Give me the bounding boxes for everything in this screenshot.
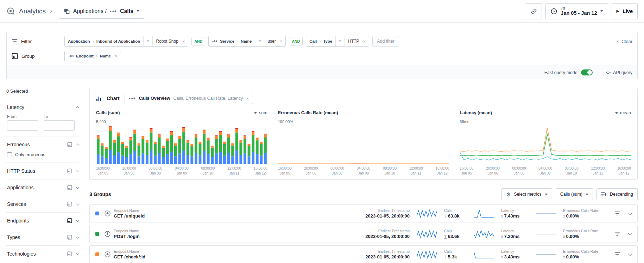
add-filter-input[interactable]: Add filter — [372, 36, 399, 47]
group-row: Group Endpoint › Name × — [7, 49, 637, 66]
erroneous-metric-block: Erroneous Calls Rate x̄0.00% — [563, 208, 606, 219]
group-by-icon[interactable] — [67, 202, 72, 207]
select-metrics-button[interactable]: ⚙ Select metrics — [501, 188, 552, 200]
service-icon — [212, 39, 217, 43]
sidebar-section-latency-header[interactable]: Latency — [7, 104, 79, 110]
x-tick-label: 04:00:00Jan 09 — [538, 166, 552, 176]
chip-remove-icon[interactable]: × — [114, 54, 121, 59]
sort-metric-dropdown[interactable]: Calls (sum) — [556, 188, 593, 200]
panel-erroneous: Erroneous Calls Rate (mean) 100.00% 16:0… — [278, 110, 449, 176]
row-expand-chevron-icon[interactable] — [628, 251, 632, 256]
group-row-get-uniqueid[interactable]: Endpoint.Name GET /uniqueid Earliest Tim… — [89, 204, 638, 222]
group-icon — [12, 53, 18, 59]
erroneous-label: Erroneous Calls Rate — [563, 249, 606, 254]
aggregation-dropdown[interactable]: sum — [254, 110, 267, 115]
scope-selector[interactable]: Applications / Calls — [59, 4, 144, 19]
group-chip-endpoint-name[interactable]: Endpoint › Name × — [64, 51, 121, 61]
sidebar-section-applications-header[interactable]: Applications — [7, 185, 79, 190]
group-by-icon[interactable] — [67, 235, 72, 240]
latency-value: 7.43ms — [504, 213, 520, 219]
row-filter-icon[interactable] — [613, 251, 621, 258]
chevron-down-icon — [76, 235, 80, 238]
latency-from-input[interactable] — [7, 120, 38, 131]
api-query-button[interactable]: <> API query — [606, 70, 632, 75]
group-row-post-login[interactable]: Endpoint.Name POST /login Earliest Times… — [89, 225, 638, 243]
earliest-timestamp-block: Earliest Timestamp 2023-01-05, 20:00:00 — [357, 249, 410, 260]
group-row-get-check-id[interactable]: Endpoint.Name GET /check/:id Earliest Ti… — [89, 245, 638, 263]
sidebar-section-services-header[interactable]: Services — [7, 201, 79, 207]
sidebar-section-types-header[interactable]: Types — [7, 234, 79, 240]
section-label: Erroneous — [7, 142, 30, 147]
latency-value: 3.43ms — [504, 254, 520, 259]
calls-metric-block: Calls ∑5.3k — [444, 249, 467, 260]
latency-to-input[interactable] — [44, 120, 75, 131]
group-entity-label: Endpoint.Name — [114, 228, 140, 233]
time-range-button[interactable]: 7d Jan 05 - Jan 12 — [545, 3, 608, 19]
erroneous-sparkline — [536, 230, 556, 239]
chip-entity: Application — [68, 39, 90, 43]
chip-remove-icon[interactable]: × — [246, 96, 249, 101]
chevron-down-icon — [76, 202, 80, 205]
erroneous-line-chart[interactable] — [278, 125, 449, 164]
filter-footer: Fast query mode <> API query — [7, 66, 637, 79]
group-by-icon[interactable] — [67, 185, 72, 190]
chip-operator[interactable]: = — [255, 36, 264, 46]
sidebar-section-technologies: Technologies — [6, 246, 80, 262]
select-metrics-label: Select metrics — [514, 192, 542, 197]
chevron-down-icon — [76, 251, 80, 255]
latency-line-chart[interactable] — [460, 125, 631, 164]
chip-value[interactable]: HTTP — [345, 36, 362, 46]
latency-metric-block: Latency x̄7.20ms — [501, 228, 529, 240]
group-by-icon[interactable] — [67, 169, 72, 173]
chip-value[interactable]: Robot Shop — [153, 36, 181, 46]
chip-value[interactable]: user — [264, 36, 279, 46]
clear-filters-button[interactable]: × Clear — [609, 39, 632, 44]
api-query-label: API query — [613, 70, 632, 75]
erroneous-value: 0.00% — [566, 254, 579, 259]
chart-config-chip[interactable]: Calls Overview Calls, Erroneous Call Rat… — [125, 93, 253, 104]
chip-remove-icon[interactable]: × — [279, 39, 286, 44]
erroneous-metric-block: Erroneous Calls Rate x̄0.00% — [563, 249, 606, 260]
sidebar-section-http-status-header[interactable]: HTTP Status — [7, 168, 79, 174]
mean-symbol: x̄ — [501, 214, 503, 218]
x-tick-label: 08:00:00Jan 10 — [201, 166, 215, 176]
group-name[interactable]: GET /uniqueid — [114, 213, 145, 219]
latency-metric-block: Latency x̄3.43ms — [501, 249, 529, 260]
row-expand-chevron-icon[interactable] — [628, 210, 632, 215]
filter-and-operator[interactable]: AND — [191, 37, 205, 45]
aggregation-dropdown[interactable]: mean — [615, 110, 631, 115]
chip-operator[interactable]: = — [335, 36, 345, 46]
row-filter-icon[interactable] — [613, 230, 621, 238]
only-erroneous-checkbox[interactable]: Only erroneous — [7, 152, 79, 157]
sort-direction-button[interactable]: Descending — [596, 188, 638, 200]
breadcrumb-chevron-icon: › — [50, 7, 52, 14]
chip-remove-icon[interactable]: × — [182, 39, 188, 44]
to-label: To — [44, 114, 75, 118]
row-expand-chevron-icon[interactable] — [628, 231, 632, 236]
group-by-icon-active[interactable] — [67, 218, 72, 223]
group-by-icon[interactable] — [67, 142, 72, 147]
top-header: Analytics › Applications / Calls 7d — [0, 0, 644, 23]
group-by-icon[interactable] — [67, 251, 72, 256]
x-tick-label: 12:00:00Jan 11 — [409, 166, 423, 176]
filter-chip-service[interactable]: Service › Name = user × — [208, 36, 286, 47]
filter-chip-application[interactable]: Application › Inbound of Application = R… — [64, 36, 188, 47]
calls-bar-chart[interactable] — [96, 125, 267, 164]
sidebar-section-technologies-header[interactable]: Technologies — [7, 251, 79, 257]
filter-and-operator[interactable]: AND — [289, 37, 303, 45]
chip-remove-icon[interactable]: × — [362, 39, 369, 44]
filter-chip-call-type[interactable]: Call › Type = HTTP × — [306, 36, 369, 47]
filter-label: Filter — [21, 39, 32, 44]
sidebar-section-endpoints-header[interactable]: Endpoints — [7, 218, 79, 224]
group-name[interactable]: POST /login — [114, 233, 140, 240]
checkbox-icon[interactable] — [7, 152, 12, 157]
group-name[interactable]: GET /check/:id — [114, 254, 145, 260]
sidebar-section-erroneous-header[interactable]: Erroneous — [7, 142, 79, 147]
row-filter-icon[interactable] — [613, 210, 621, 217]
brand-title[interactable]: Analytics — [19, 7, 46, 15]
chevron-down-icon — [76, 185, 80, 189]
share-link-button[interactable] — [526, 3, 542, 19]
live-button[interactable]: ▶ Live — [612, 3, 638, 19]
chip-operator[interactable]: = — [143, 36, 153, 46]
fast-query-toggle[interactable] — [581, 69, 593, 75]
